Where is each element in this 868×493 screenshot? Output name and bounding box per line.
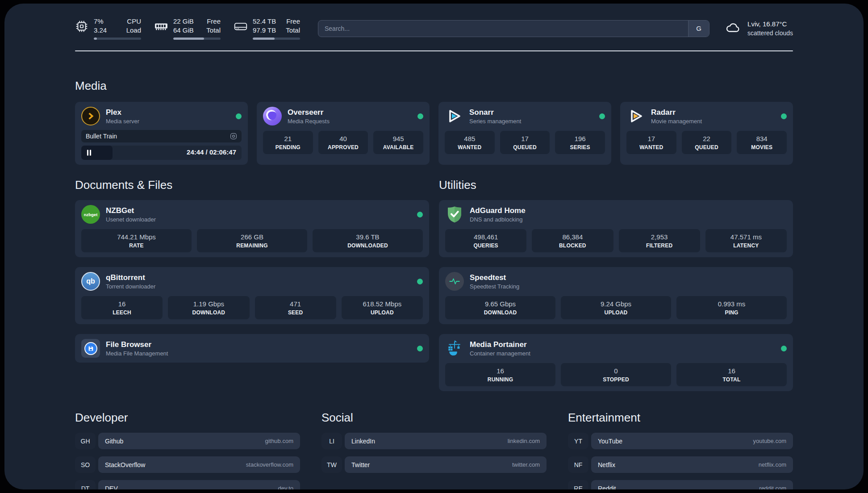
memory-usage-bar-fill xyxy=(173,38,204,40)
bookmark-abbr: TW xyxy=(321,456,342,473)
status-dot-online xyxy=(417,346,423,351)
service-title: Plex xyxy=(106,108,139,117)
stat-value: 16 xyxy=(83,300,161,308)
service-card-overseerr[interactable]: Overseerr Media Requests 21 PENDING 40 A… xyxy=(257,102,430,165)
bookmark-url: stackoverflow.com xyxy=(246,461,293,468)
weather-widget: Lviv, 16.87°C scattered clouds xyxy=(724,19,793,38)
service-card-radarr[interactable]: Radarr Movie management 17 WANTED 22 QUE… xyxy=(620,102,793,165)
weather-condition: scattered clouds xyxy=(747,29,793,38)
cpu-usage-bar-fill xyxy=(94,38,97,40)
stat-value: 47.571 ms xyxy=(707,233,785,241)
section-title-developer: Developer xyxy=(75,411,300,425)
stat-tile: 744.21 Mbps RATE xyxy=(81,229,192,252)
now-playing-progress-fill xyxy=(81,146,113,160)
bookmark-name: LinkedIn xyxy=(351,438,508,445)
stat-value: 196 xyxy=(557,134,603,143)
stat-tile: 0 STOPPED xyxy=(561,363,671,386)
stat-value: 498,461 xyxy=(447,233,525,241)
bookmark-abbr: RE xyxy=(568,480,588,489)
portainer-icon xyxy=(445,339,464,358)
now-playing-track: Bullet Train xyxy=(86,133,117,140)
bookmark-name: Netflix xyxy=(598,461,759,468)
bookmark-stackoverflow[interactable]: SO StackOverflow stackoverflow.com xyxy=(75,456,300,473)
bookmark-abbr: SO xyxy=(75,456,96,473)
bookmark-youtube[interactable]: YT YouTube youtube.com xyxy=(568,433,793,449)
stat-value: 485 xyxy=(447,134,493,143)
stat-value: 266 GB xyxy=(199,233,305,241)
service-card-speedtest[interactable]: Speedtest Speedtest Tracking 9.65 Gbps D… xyxy=(439,267,793,324)
bookmark-name: DEV xyxy=(105,485,278,490)
stat-value: 834 xyxy=(739,134,785,143)
stat-label: UPLOAD xyxy=(563,309,669,316)
service-card-plex[interactable]: Plex Media server Bullet Train xyxy=(75,102,248,165)
stat-label: SERIES xyxy=(557,144,603,150)
bookmark-abbr: YT xyxy=(568,433,588,449)
search-provider-button[interactable]: G xyxy=(688,21,709,37)
bookmark-abbr: NF xyxy=(568,456,588,473)
stat-label: RUNNING xyxy=(447,376,554,383)
service-card-portainer[interactable]: Media Portainer Container management 16 … xyxy=(439,334,793,391)
bookmark-github[interactable]: GH Github github.com xyxy=(75,433,300,449)
bookmark-group-entertainment: Entertainment YT YouTube youtube.com NF … xyxy=(568,411,793,489)
service-subtitle: DNS and adblocking xyxy=(470,216,526,223)
now-playing-time: 24:44 / 02:06:47 xyxy=(187,148,236,156)
stat-label: UPLOAD xyxy=(343,309,421,316)
overseerr-icon xyxy=(263,107,282,125)
bookmark-name: Reddit xyxy=(598,485,759,490)
stat-label: LATENCY xyxy=(707,242,785,249)
stat-value: 16 xyxy=(678,367,785,375)
cpu-icon xyxy=(75,20,88,33)
documents-column: Documents & Files nzbget NZBGet Usenet d… xyxy=(75,178,429,363)
service-subtitle: Usenet downloader xyxy=(106,216,156,223)
stat-value: 16 xyxy=(447,367,554,375)
stat-tile: 22 QUEUED xyxy=(682,131,732,154)
qbittorrent-icon: qb xyxy=(81,272,100,291)
bookmark-dev[interactable]: DT DEV dev.to xyxy=(75,480,300,489)
stat-label: RATE xyxy=(83,242,190,249)
service-title: Media Portainer xyxy=(470,340,530,349)
stat-label: QUEUED xyxy=(684,144,730,150)
stat-value: 471 xyxy=(257,300,334,308)
stat-value: 40 xyxy=(320,134,367,143)
memory-free-label: Free xyxy=(207,17,221,26)
stat-tile: 9.65 Gbps DOWNLOAD xyxy=(445,296,555,319)
cpu-widget: 7% CPU 3.24 Load xyxy=(75,17,141,40)
cloud-icon xyxy=(724,20,742,37)
stat-label: TOTAL xyxy=(678,376,785,383)
stat-label: WANTED xyxy=(628,144,675,150)
stat-label: AVAILABLE xyxy=(375,144,421,150)
status-dot-online xyxy=(236,113,242,119)
bookmark-twitter[interactable]: TW Twitter twitter.com xyxy=(321,456,547,473)
service-card-qbittorrent[interactable]: qb qBittorrent Torrent downloader 16 LEE… xyxy=(75,267,429,324)
service-card-filebrowser[interactable]: File Browser Media File Management xyxy=(75,334,429,363)
bookmark-group-social: Social LI LinkedIn linkedin.com TW Twitt… xyxy=(321,411,547,489)
bookmark-netflix[interactable]: NF Netflix netflix.com xyxy=(568,456,793,473)
status-dot-online xyxy=(599,113,605,119)
stat-label: APPROVED xyxy=(320,144,367,150)
section-title-entertainment: Entertainment xyxy=(568,411,793,425)
cpu-load-value: 3.24 xyxy=(94,26,107,35)
service-subtitle: Media Requests xyxy=(288,118,330,125)
service-card-nzbget[interactable]: nzbget NZBGet Usenet downloader 744.21 M… xyxy=(75,200,429,257)
stat-label: DOWNLOAD xyxy=(170,309,247,316)
bookmark-name: Github xyxy=(105,438,265,445)
stat-value: 17 xyxy=(502,134,548,143)
stat-label: DOWNLOADED xyxy=(314,242,421,249)
stat-value: 1.19 Gbps xyxy=(170,300,247,308)
search-bar: G xyxy=(318,20,709,37)
resource-widgets: 7% CPU 3.24 Load xyxy=(75,17,300,40)
bookmark-reddit[interactable]: RE Reddit reddit.com xyxy=(568,480,793,489)
bookmark-linkedin[interactable]: LI LinkedIn linkedin.com xyxy=(321,433,547,449)
cpu-load-label: Load xyxy=(126,26,141,35)
stat-label: BLOCKED xyxy=(534,242,611,249)
service-title: AdGuard Home xyxy=(470,206,526,215)
service-card-sonarr[interactable]: Sonarr Series management 485 WANTED 17 Q… xyxy=(438,102,611,165)
bookmark-abbr: LI xyxy=(321,433,342,449)
stat-tile: 39.6 TB DOWNLOADED xyxy=(313,229,423,252)
search-input[interactable] xyxy=(318,21,688,37)
stat-value: 22 xyxy=(684,134,730,143)
section-title-utilities: Utilities xyxy=(439,178,793,192)
weather-location-temp: Lviv, 16.87°C xyxy=(747,19,793,29)
service-card-adguard[interactable]: AdGuard Home DNS and adblocking 498,461 … xyxy=(439,200,793,257)
section-title-documents: Documents & Files xyxy=(75,178,429,192)
